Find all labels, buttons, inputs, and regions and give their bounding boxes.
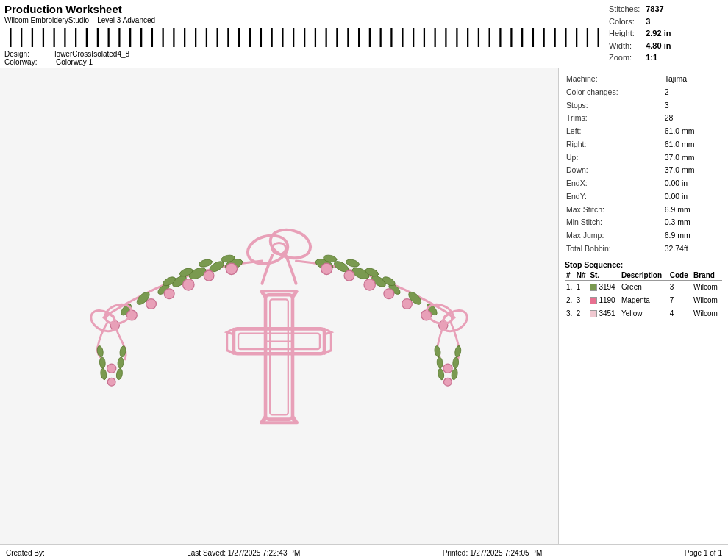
page-footer: Created By: Last Saved: 1/27/2025 7:22:4… <box>0 545 728 560</box>
svg-point-18 <box>146 298 157 309</box>
svg-point-42 <box>96 345 104 357</box>
info-value: 32.74ft <box>663 243 722 256</box>
info-label: Min Stitch: <box>565 216 663 229</box>
stop-code: 3 <box>668 280 692 294</box>
info-value: 37.0 mm <box>663 151 722 165</box>
info-value: 3 <box>663 99 722 112</box>
width-row: Width: 4.80 in <box>606 40 674 52</box>
barcode: ||||||||||||||||||||||||||||||||||||||||… <box>4 27 603 48</box>
header-stats: Stitches: 7837 Colors: 3 Height: 2.92 in… <box>606 3 724 64</box>
stop-brand: Wilcom <box>692 280 722 294</box>
svg-point-46 <box>107 364 115 373</box>
info-label: Max Jump: <box>565 229 663 243</box>
info-label: Machine: <box>565 73 663 86</box>
page-number: Page 1 of 1 <box>685 549 722 557</box>
info-row: Machine:Tajima <box>565 73 722 86</box>
stop-table-header-row: # N# St. Description Code Brand <box>565 270 722 281</box>
info-label: Max Stitch: <box>565 204 663 217</box>
info-value: 0.00 in <box>663 177 722 190</box>
col-code: Code <box>668 270 692 281</box>
svg-point-56 <box>452 356 459 368</box>
design-canvas <box>0 68 559 544</box>
svg-point-45 <box>117 356 124 368</box>
app-subtitle: Wilcom EmbroideryStudio – Level 3 Advanc… <box>4 16 603 24</box>
stop-row: 1. 1 3194 Green 3 Wilcom <box>565 280 722 294</box>
svg-point-48 <box>115 368 123 380</box>
colors-value: 3 <box>643 15 674 28</box>
stitches-value: 7837 <box>643 3 674 15</box>
info-row: Total Bobbin:32.74ft <box>565 243 722 256</box>
svg-point-55 <box>437 356 443 368</box>
stop-num: 2. <box>565 294 575 307</box>
info-label: EndX: <box>565 177 663 190</box>
stop-swatch: 3451 <box>588 307 620 320</box>
info-label: Down: <box>565 164 663 177</box>
info-row: Min Stitch:0.3 mm <box>565 216 722 229</box>
info-label: Up: <box>565 151 663 165</box>
design-label: Design: FlowerCrossIsolated4_8 <box>4 50 144 58</box>
page-title: Production Worksheet <box>4 3 603 15</box>
stop-code: 7 <box>668 294 692 307</box>
stop-description: Green <box>620 280 668 294</box>
svg-point-15 <box>204 270 214 281</box>
info-value: Tajima <box>663 73 722 86</box>
stop-sequence-table: # N# St. Description Code Brand 1. 1 319… <box>565 270 722 320</box>
stitches-label: Stitches: <box>606 3 643 15</box>
svg-point-33 <box>344 270 354 281</box>
last-saved: Last Saved: 1/27/2025 7:22:43 PM <box>187 549 300 557</box>
width-label: Width: <box>606 40 643 52</box>
info-label: Color changes: <box>565 86 663 99</box>
info-value: 28 <box>663 112 722 125</box>
info-row: Max Stitch:6.9 mm <box>565 204 722 217</box>
info-row: Down:37.0 mm <box>565 164 722 177</box>
info-row: Max Jump:6.9 mm <box>565 229 722 243</box>
zoom-row: Zoom: 1:1 <box>606 51 674 64</box>
colors-label: Colors: <box>606 15 643 28</box>
embroidery-design <box>7 131 551 481</box>
height-value: 2.92 in <box>643 27 674 40</box>
info-value: 61.0 mm <box>663 125 722 138</box>
info-panel: Machine:TajimaColor changes:2Stops:3Trim… <box>559 68 728 544</box>
printed: Printed: 1/27/2025 7:24:05 PM <box>443 549 543 557</box>
svg-point-44 <box>99 356 106 368</box>
svg-point-34 <box>364 279 375 290</box>
info-value: 37.0 mm <box>663 164 722 177</box>
svg-point-32 <box>321 263 332 274</box>
info-label: Left: <box>565 125 663 138</box>
width-value: 4.80 in <box>643 40 674 52</box>
machine-info-table: Machine:TajimaColor changes:2Stops:3Trim… <box>565 73 722 256</box>
main-area: Machine:TajimaColor changes:2Stops:3Trim… <box>0 68 728 545</box>
info-label: Stops: <box>565 99 663 112</box>
info-label: EndY: <box>565 190 663 204</box>
stop-swatch: 3194 <box>588 280 620 294</box>
svg-point-14 <box>226 263 237 274</box>
colorway-value: Colorway 1 <box>56 58 93 66</box>
col-brand: Brand <box>692 270 722 281</box>
col-description: Description <box>620 270 668 281</box>
stop-n: 2 <box>575 307 589 320</box>
info-value: 0.00 in <box>663 190 722 204</box>
stop-swatch: 1190 <box>588 294 620 307</box>
stop-description: Magenta <box>620 294 668 307</box>
svg-point-60 <box>444 378 452 386</box>
info-row: Trims:28 <box>565 112 722 125</box>
stop-table-body: 1. 1 3194 Green 3 Wilcom 2. 3 1190 Magen… <box>565 280 722 320</box>
info-row: Up:37.0 mm <box>565 151 722 165</box>
stop-n: 3 <box>575 294 589 307</box>
stop-brand: Wilcom <box>692 307 722 320</box>
stop-row: 3. 2 3451 Yellow 4 Wilcom <box>565 307 722 320</box>
height-label: Height: <box>606 27 643 40</box>
height-row: Height: 2.92 in <box>606 27 674 40</box>
stop-code: 4 <box>668 307 692 320</box>
colorway-label: Colorway: Colorway 1 <box>4 58 107 66</box>
svg-point-57 <box>443 364 452 373</box>
stop-num: 3. <box>565 307 575 320</box>
svg-point-16 <box>183 279 194 290</box>
design-info: Design: FlowerCrossIsolated4_8 Colorway:… <box>4 50 603 66</box>
zoom-label: Zoom: <box>606 51 643 64</box>
info-row: Right:61.0 mm <box>565 138 722 151</box>
stop-description: Yellow <box>620 307 668 320</box>
col-st: St. <box>588 270 620 281</box>
stitches-row: Stitches: 7837 <box>606 3 674 15</box>
design-value: FlowerCrossIsolated4_8 <box>50 50 129 58</box>
